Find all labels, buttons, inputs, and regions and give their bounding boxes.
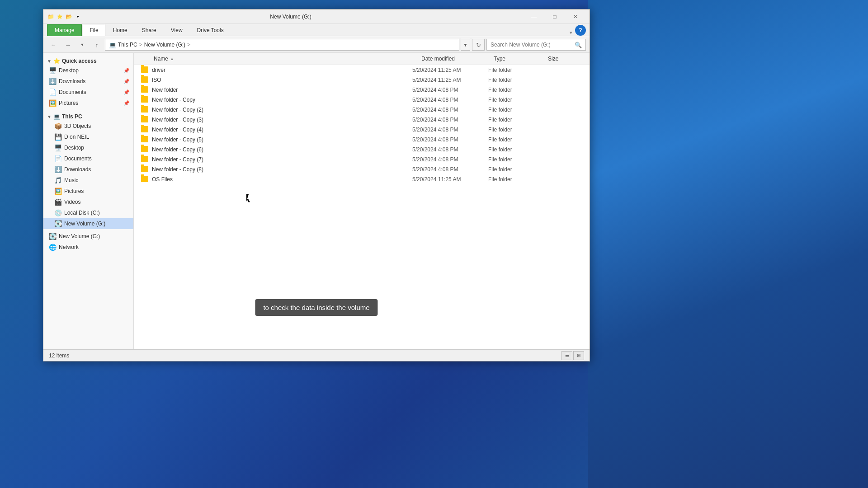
sidebar-item-new-volume-g2[interactable]: 💽 New Volume (G:)	[43, 231, 133, 242]
pictures-quick-icon: 🖼️	[49, 99, 56, 107]
sidebar-item-desktop-quick[interactable]: 🖥️ Desktop 📌	[43, 65, 133, 76]
table-row[interactable]: New folder - Copy (6) 5/20/2024 4:08 PM …	[134, 145, 590, 155]
sidebar-item-desktop-pc[interactable]: 🖥️ Desktop	[43, 142, 133, 153]
table-row[interactable]: New folder 5/20/2024 4:08 PM File folder	[134, 85, 590, 95]
sidebar-this-pc-header[interactable]: ▼ 💻 This PC	[43, 111, 133, 121]
folder-icon	[141, 86, 148, 94]
file-date: 5/20/2024 11:25 AM	[412, 77, 485, 83]
tab-manage[interactable]: Manage	[47, 24, 82, 36]
file-name: New folder - Copy	[152, 97, 409, 103]
sidebar-item-music[interactable]: 🎵 Music	[43, 175, 133, 186]
maximize-button[interactable]: □	[544, 9, 565, 24]
sidebar-item-d-on-neil[interactable]: 💾 D on NEIL	[43, 131, 133, 142]
tooltip-text: to check the data inside the volume	[263, 304, 369, 311]
folder-icon	[141, 66, 148, 74]
sidebar-item-downloads-pc-label: Downloads	[64, 166, 91, 173]
details-view-button[interactable]: ☰	[561, 351, 572, 360]
tab-drive-tools[interactable]: Drive Tools	[190, 24, 231, 36]
table-row[interactable]: New folder - Copy (7) 5/20/2024 4:08 PM …	[134, 155, 590, 164]
up-button[interactable]: ↑	[90, 39, 103, 50]
sidebar-item-documents-pc[interactable]: 📄 Documents	[43, 153, 133, 164]
tab-view[interactable]: View	[164, 24, 189, 36]
title-bar: 📁 ⭐ 📂 ▾ New Volume (G:) — □ ✕	[43, 9, 590, 24]
tab-file[interactable]: File	[83, 24, 105, 36]
sidebar-item-local-disk-c[interactable]: 💿 Local Disk (C:)	[43, 207, 133, 218]
column-header-date[interactable]: Date modified	[420, 55, 492, 63]
file-type: File folder	[488, 136, 542, 143]
documents-quick-icon: 📄	[49, 89, 56, 96]
address-bar[interactable]: 💻 This PC > New Volume (G:) >	[105, 39, 459, 51]
quick-access-star-icon: ⭐	[53, 58, 60, 64]
sidebar-this-pc-label: This PC	[62, 113, 82, 120]
search-box: 🔍	[486, 39, 586, 51]
refresh-button[interactable]: ↻	[472, 39, 485, 51]
desktop-quick-icon: 🖥️	[49, 67, 56, 74]
path-segment-volume: New Volume (G:)	[144, 42, 185, 48]
sidebar-item-documents-quick[interactable]: 📄 Documents 📌	[43, 87, 133, 98]
sidebar-item-network[interactable]: 🌐 Network	[43, 242, 133, 253]
file-type: File folder	[488, 117, 542, 123]
path-separator-1: >	[139, 42, 142, 48]
column-header-size[interactable]: Size	[546, 55, 582, 63]
recent-locations-button[interactable]: ▼	[76, 39, 89, 50]
sidebar-item-pictures-quick-label: Pictures	[59, 100, 78, 106]
file-date: 5/20/2024 11:25 AM	[412, 67, 485, 73]
file-name: driver	[152, 67, 409, 73]
address-dropdown-button[interactable]: ▼	[461, 39, 470, 51]
file-name: New folder - Copy (4)	[152, 127, 409, 133]
table-row[interactable]: New folder - Copy 5/20/2024 4:08 PM File…	[134, 95, 590, 105]
folder-icon	[141, 106, 148, 113]
table-row[interactable]: New folder - Copy (8) 5/20/2024 4:08 PM …	[134, 164, 590, 174]
file-date: 5/20/2024 4:08 PM	[412, 146, 485, 153]
column-header-name[interactable]: Name ▲	[152, 55, 420, 63]
close-button[interactable]: ✕	[565, 9, 586, 24]
sidebar-quick-access-header[interactable]: ▼ ⭐ Quick access	[43, 56, 133, 65]
sidebar-item-pictures-pc[interactable]: 🖼️ Pictures	[43, 186, 133, 197]
path-segment-thispc: This PC	[118, 42, 137, 48]
local-disk-c-icon: 💿	[54, 209, 61, 216]
sidebar-item-desktop-quick-label: Desktop	[59, 67, 79, 74]
sidebar-item-desktop-pc-label: Desktop	[64, 145, 84, 151]
table-row[interactable]: New folder - Copy (3) 5/20/2024 4:08 PM …	[134, 115, 590, 125]
search-icon[interactable]: 🔍	[575, 42, 582, 48]
column-header-type[interactable]: Type	[492, 55, 546, 63]
table-row[interactable]: New folder - Copy (2) 5/20/2024 4:08 PM …	[134, 105, 590, 115]
folder-icon	[141, 136, 148, 143]
back-button[interactable]: ←	[47, 39, 60, 50]
file-name: New folder - Copy (3)	[152, 117, 409, 123]
sidebar-item-3dobjects[interactable]: 📦 3D Objects	[43, 121, 133, 131]
folder-icon	[141, 96, 148, 103]
this-pc-expand-icon: ▼	[47, 114, 52, 119]
sidebar-item-pictures-quick[interactable]: 🖼️ Pictures 📌	[43, 98, 133, 108]
ribbon-tabs: Manage File Home Share View Drive Tools …	[43, 24, 590, 36]
table-row[interactable]: OS Files 5/20/2024 11:25 AM File folder	[134, 174, 590, 184]
sidebar-item-downloads-quick[interactable]: ⬇️ Downloads 📌	[43, 76, 133, 87]
minimize-button[interactable]: —	[524, 9, 544, 24]
forward-button[interactable]: →	[61, 39, 74, 50]
sidebar-item-new-volume-g-label: New Volume (G:)	[64, 221, 105, 227]
table-row[interactable]: driver 5/20/2024 11:25 AM File folder	[134, 65, 590, 75]
sidebar-item-new-volume-g[interactable]: 💽 New Volume (G:)	[43, 218, 133, 229]
large-icons-view-button[interactable]: ⊞	[573, 351, 584, 360]
table-row[interactable]: New folder - Copy (5) 5/20/2024 4:08 PM …	[134, 135, 590, 145]
help-button[interactable]: ?	[575, 25, 586, 36]
quick-access-icon: ⭐	[56, 13, 63, 20]
table-row[interactable]: New folder - Copy (4) 5/20/2024 4:08 PM …	[134, 125, 590, 135]
table-row[interactable]: ISO 5/20/2024 11:25 AM File folder	[134, 75, 590, 85]
file-date: 5/20/2024 4:08 PM	[412, 117, 485, 123]
quick-access-expand-icon: ▼	[47, 59, 52, 64]
tab-home[interactable]: Home	[106, 24, 134, 36]
search-input[interactable]	[491, 42, 575, 48]
sidebar-item-documents-pc-label: Documents	[64, 155, 92, 162]
item-count: 12 items	[49, 352, 69, 359]
sidebar-item-videos[interactable]: 🎬 Videos	[43, 197, 133, 207]
folder-icon-small: 📂	[65, 13, 72, 20]
sidebar-item-downloads-pc[interactable]: ⬇️ Downloads	[43, 164, 133, 175]
file-name: New folder	[152, 87, 409, 93]
tab-share[interactable]: Share	[135, 24, 163, 36]
file-type: File folder	[488, 107, 542, 113]
network-icon: 🌐	[49, 244, 56, 251]
file-type: File folder	[488, 97, 542, 103]
ribbon-collapse-icon[interactable]: ▾	[570, 30, 572, 36]
tooltip: to check the data inside the volume	[255, 299, 377, 316]
